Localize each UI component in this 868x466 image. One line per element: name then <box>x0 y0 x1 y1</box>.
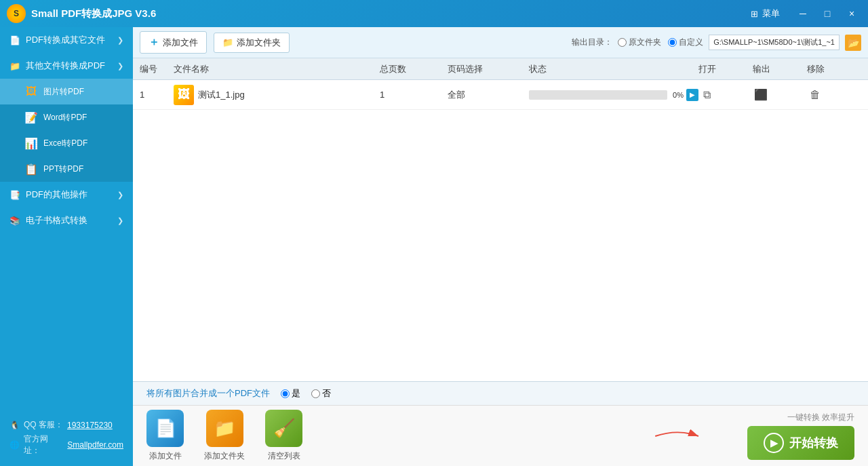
arrow-svg <box>651 426 705 446</box>
excel-icon: 📊 <box>24 136 38 150</box>
sidebar-item-pdf-other-ops[interactable]: 📑 PDF的其他操作 ❯ <box>0 182 133 208</box>
merge-label: 将所有图片合并成一个PDF文件 <box>146 387 270 400</box>
radio-custom-folder[interactable]: 自定义 <box>668 37 703 48</box>
img-icon: 🖼 <box>24 85 38 98</box>
sidebar-item-other-to-pdf[interactable]: 📁 其他文件转换成PDF ❯ <box>0 53 133 79</box>
cell-status: 0% ▶ <box>529 89 698 101</box>
grid-icon: ⊞ <box>751 9 758 19</box>
pdf-to-other-icon: 📄 <box>9 35 20 45</box>
app-title: Small PDF转换成JPG V3.6 <box>31 7 751 20</box>
radio-original-folder[interactable]: 原文件夹 <box>618 37 661 48</box>
add-folder-button[interactable]: 📁 添加文件夹 <box>214 33 290 53</box>
sidebar-item-pdf-to-other[interactable]: 📄 PDF转换成其它文件 ❯ <box>0 27 133 53</box>
arrow-icon: ❯ <box>117 36 123 45</box>
arrow-icon-4: ❯ <box>117 216 123 225</box>
content-area: ＋ 添加文件 📁 添加文件夹 输出目录： 原文件夹 自定义 <box>133 27 868 466</box>
radio-original-input[interactable] <box>618 38 627 47</box>
cell-pages: 1 <box>380 90 448 100</box>
bottom-strip: 将所有图片合并成一个PDF文件 是 否 <box>133 381 868 405</box>
col-pages: 总页数 <box>380 63 448 75</box>
progress-bar <box>529 90 667 100</box>
arrow-hint <box>651 426 705 448</box>
add-file-big-icon: 📄 <box>146 410 184 447</box>
col-remove: 移除 <box>807 63 861 75</box>
cell-remove: 🗑 <box>807 87 861 103</box>
close-button[interactable]: × <box>842 6 861 21</box>
file-table: 编号 文件名称 总页数 页码选择 状态 打开 输出 移除 1 🖼 测试1_1.j… <box>133 58 868 381</box>
col-status: 状态 <box>529 63 698 75</box>
col-output: 输出 <box>753 63 807 75</box>
progress-text: 0% <box>673 91 684 99</box>
app-logo: S <box>7 4 26 23</box>
ebook-icon: 📚 <box>9 216 20 226</box>
toolbar: ＋ 添加文件 📁 添加文件夹 输出目录： 原文件夹 自定义 <box>133 27 868 58</box>
qq-icon: 🐧 <box>9 421 20 430</box>
col-filename: 文件名称 <box>174 63 380 75</box>
col-page-select: 页码选择 <box>448 63 529 75</box>
add-file-icon: ＋ <box>149 35 159 50</box>
output-file-icon[interactable]: ⬛ <box>753 87 769 103</box>
output-radio-group: 原文件夹 自定义 <box>618 37 703 48</box>
ppt-icon: 📋 <box>24 162 38 176</box>
sidebar-item-word-to-pdf[interactable]: 📝 Word转PDF <box>0 104 133 130</box>
open-file-icon[interactable]: ⧉ <box>698 87 715 103</box>
main-layout: 📄 PDF转换成其它文件 ❯ 📁 其他文件转换成PDF ❯ 🖼 图片转PDF 📝… <box>0 27 868 466</box>
pdf-ops-icon: 📑 <box>9 190 20 200</box>
sidebar-item-ebook[interactable]: 📚 电子书格式转换 ❯ <box>0 208 133 233</box>
file-thumbnail: 🖼 <box>174 85 194 105</box>
merge-no-input[interactable] <box>311 389 320 398</box>
sidebar-item-ppt-to-pdf[interactable]: 📋 PPT转PDF <box>0 156 133 182</box>
output-label: 输出目录： <box>572 37 612 48</box>
cell-num: 1 <box>140 90 174 100</box>
play-circle-icon: ▶ <box>764 433 784 453</box>
cell-open: ⧉ <box>698 87 753 103</box>
window-controls: ─ □ × <box>793 6 861 21</box>
menu-button[interactable]: ⊞ 菜单 <box>751 7 780 20</box>
bottom-clear-list[interactable]: 🧹 清空列表 <box>265 410 302 462</box>
col-open: 打开 <box>698 63 753 75</box>
clear-big-icon: 🧹 <box>265 410 302 447</box>
arrow-icon-3: ❯ <box>117 191 123 199</box>
other-to-pdf-icon: 📁 <box>9 61 20 71</box>
merge-yes-option[interactable]: 是 <box>281 387 300 400</box>
sidebar-item-excel-to-pdf[interactable]: 📊 Excel转PDF <box>0 130 133 156</box>
output-settings: 输出目录： 原文件夹 自定义 G:\SMALLP~1\SM58D0~1\测试1_… <box>572 35 861 51</box>
radio-custom-input[interactable] <box>668 38 677 47</box>
folder-add-icon: 📁 <box>222 37 233 47</box>
browse-folder-button[interactable]: 📂 <box>845 35 861 51</box>
bottom-action-bar: 📄 添加文件 📁 添加文件夹 🧹 清空列表 <box>133 405 868 466</box>
merge-yes-input[interactable] <box>281 389 290 398</box>
remove-file-icon[interactable]: 🗑 <box>807 87 823 103</box>
cell-filename: 🖼 测试1_1.jpg <box>174 85 380 105</box>
word-icon: 📝 <box>24 111 38 124</box>
add-folder-big-icon: 📁 <box>206 410 243 447</box>
website-link[interactable]: Smallpdfer.com <box>67 440 123 450</box>
table-header: 编号 文件名称 总页数 页码选择 状态 打开 输出 移除 <box>133 58 868 80</box>
merge-no-option[interactable]: 否 <box>311 387 331 400</box>
folder-icon: 📂 <box>848 37 859 48</box>
bottom-add-file[interactable]: 📄 添加文件 <box>146 410 184 462</box>
col-num: 编号 <box>140 63 174 75</box>
table-row: 1 🖼 测试1_1.jpg 1 全部 0% ▶ ⧉ <box>133 80 868 110</box>
arrow-icon-2: ❯ <box>117 62 123 71</box>
cell-output: ⬛ <box>753 87 807 103</box>
title-bar: S Small PDF转换成JPG V3.6 ⊞ 菜单 ─ □ × <box>0 0 868 27</box>
sidebar-bottom: 🐧 QQ 客服： 1933175230 🌐 官方网址： Smallpdfer.c… <box>0 412 133 466</box>
output-path-display: G:\SMALLP~1\SM58D0~1\测试1_~1 <box>709 35 840 50</box>
merge-radio-group: 是 否 <box>281 387 331 400</box>
maximize-button[interactable]: □ <box>818 6 837 21</box>
sidebar-item-img-to-pdf[interactable]: 🖼 图片转PDF <box>0 79 133 104</box>
start-btn-area: 一键转换 效率提升 ▶ 开始转换 <box>747 412 854 460</box>
play-button[interactable]: ▶ <box>686 89 698 101</box>
web-icon: 🌐 <box>9 440 20 450</box>
sidebar: 📄 PDF转换成其它文件 ❯ 📁 其他文件转换成PDF ❯ 🖼 图片转PDF 📝… <box>0 27 133 466</box>
start-convert-button[interactable]: ▶ 开始转换 <box>747 426 854 460</box>
minimize-button[interactable]: ─ <box>793 6 812 21</box>
bottom-add-folder[interactable]: 📁 添加文件夹 <box>204 410 245 462</box>
cell-page-select: 全部 <box>448 89 529 101</box>
add-file-button[interactable]: ＋ 添加文件 <box>140 31 207 54</box>
efficiency-text: 一键转换 效率提升 <box>787 412 854 423</box>
qq-number[interactable]: 1933175230 <box>67 421 113 430</box>
